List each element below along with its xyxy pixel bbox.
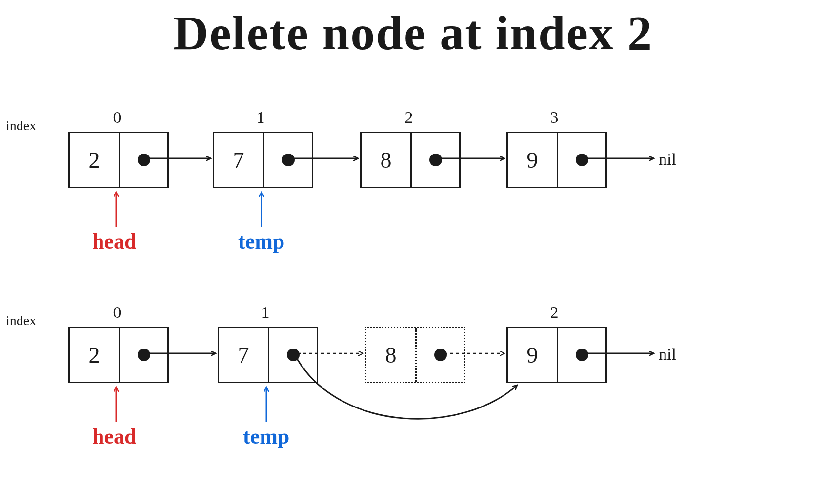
before-index-3: 3 [540, 108, 569, 127]
after-node-deleted-pointer [417, 328, 464, 382]
after-node-1-value: 7 [219, 328, 269, 382]
before-node-1-pointer [264, 133, 312, 187]
before-node-0-pointer [120, 133, 167, 187]
before-node-2: 8 [360, 132, 461, 188]
after-index-0: 0 [102, 303, 132, 322]
pointer-dot [429, 154, 442, 166]
before-index-2: 2 [394, 108, 423, 127]
after-node-deleted: 8 [365, 327, 465, 383]
pointer-dot [138, 349, 150, 361]
before-node-1-value: 7 [214, 133, 264, 187]
pointer-dot [138, 154, 150, 166]
after-node-1-pointer [269, 328, 317, 382]
pointer-dot [287, 349, 300, 361]
after-node-0: 2 [68, 327, 169, 383]
before-node-2-value: 8 [362, 133, 412, 187]
linked-list-delete-diagram: Delete node at index 2 index 0 1 2 3 2 7… [0, 0, 826, 504]
before-node-3-pointer [558, 133, 605, 187]
after-node-0-value: 2 [70, 328, 120, 382]
after-node-3-pointer [558, 328, 605, 382]
before-node-3-value: 9 [508, 133, 558, 187]
after-index-1: 1 [251, 303, 280, 322]
index-label-before: index [6, 118, 36, 134]
before-node-0-value: 2 [70, 133, 120, 187]
pointer-dot [576, 349, 588, 361]
after-index-3: 2 [540, 303, 569, 322]
after-temp-label: temp [243, 424, 289, 449]
pointer-dot [282, 154, 295, 166]
pointer-dot [576, 154, 588, 166]
after-node-1: 7 [218, 327, 318, 383]
before-node-1: 7 [213, 132, 313, 188]
before-nil: nil [659, 150, 676, 169]
pointer-dot [434, 349, 447, 361]
diagram-title: Delete node at index 2 [0, 5, 826, 61]
before-node-2-pointer [412, 133, 459, 187]
after-head-label: head [92, 424, 136, 449]
before-node-0: 2 [68, 132, 169, 188]
after-node-0-pointer [120, 328, 167, 382]
before-node-3: 9 [506, 132, 607, 188]
after-nil: nil [659, 345, 676, 364]
after-node-3-value: 9 [508, 328, 558, 382]
index-label-after: index [6, 313, 36, 329]
after-node-deleted-value: 8 [366, 328, 417, 382]
before-index-1: 1 [246, 108, 275, 127]
after-node-3: 9 [506, 327, 607, 383]
before-head-label: head [92, 229, 136, 254]
before-index-0: 0 [102, 108, 132, 127]
before-temp-label: temp [238, 229, 284, 254]
